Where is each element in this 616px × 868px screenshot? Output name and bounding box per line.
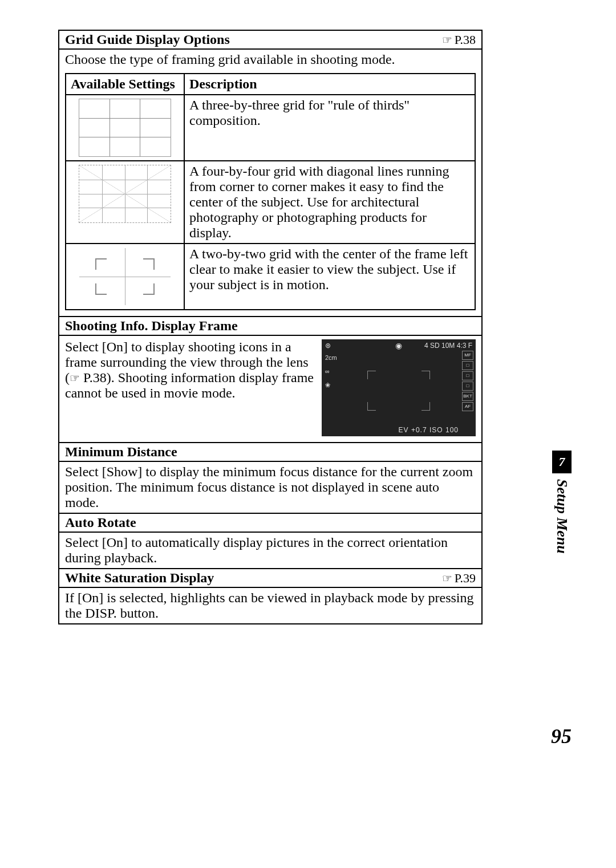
display-preview-illustration: ⊛ 4 SD 10M 4:3 F ◉ 2cm ∞ ❀ MF □ □ □ BKT …: [322, 339, 476, 436]
section-title: Minimum Distance: [65, 444, 476, 460]
section-body-frame: Select [On] to display shooting icons in…: [59, 336, 481, 443]
macro-icon: ❀: [325, 382, 337, 389]
manual-page: Grid Guide Display Options ☞ P.38 Choose…: [0, 0, 616, 868]
page-reference: ☞ P.39: [442, 571, 476, 586]
section-header-mindist: Minimum Distance: [59, 443, 481, 462]
section-header-grid: Grid Guide Display Options ☞ P.38: [59, 31, 481, 50]
section-body-mindist: Select [Show] to display the minimum foc…: [59, 462, 481, 514]
col-header-settings: Available Settings: [66, 74, 184, 95]
pointing-hand-icon: ☞: [442, 571, 452, 585]
screen-top-right: 4 SD 10M 4:3 F: [424, 342, 472, 350]
grid-swatch-3x3: [66, 95, 184, 161]
grid-desc: A three-by-three grid for "rule of third…: [184, 95, 475, 161]
section-body-whitesat: If [On] is selected, highlights can be v…: [59, 588, 481, 624]
grid-3x3-icon: [79, 99, 171, 157]
table-row: A two-by-two grid with the center of the…: [66, 244, 475, 310]
table-header-row: Available Settings Description: [66, 74, 475, 95]
grid-swatch-4x4: [66, 161, 184, 244]
section-body-grid: Choose the type of framing grid availabl…: [59, 50, 481, 317]
grid-swatch-2x2: [66, 244, 184, 310]
section-title: Auto Rotate: [65, 515, 476, 530]
section-header-autorotate: Auto Rotate: [59, 514, 481, 533]
section-description: Choose the type of framing grid availabl…: [59, 50, 481, 70]
section-title: Shooting Info. Display Frame: [65, 318, 476, 334]
grid-2x2-icon: [79, 248, 171, 306]
table-row: A four-by-four grid with diagonal lines …: [66, 161, 475, 244]
section-title: Grid Guide Display Options: [65, 32, 442, 47]
page-ref-text: P.39: [455, 571, 476, 586]
flash-icon: ⊛: [325, 342, 331, 350]
pointing-hand-icon: ☞: [442, 33, 452, 47]
page-reference: ☞ P.38: [442, 33, 476, 47]
section-header-whitesat: White Saturation Display ☞ P.39: [59, 569, 481, 588]
page-ref-text: P.38: [455, 33, 476, 47]
grid-options-table: Available Settings Description A three-b…: [65, 73, 476, 310]
grid-desc: A two-by-two grid with the center of the…: [184, 244, 475, 310]
section-header-frame: Shooting Info. Display Frame: [59, 317, 481, 336]
frame-body-text: Select [On] to display shooting icons in…: [65, 339, 316, 401]
content-column: Grid Guide Display Options ☞ P.38 Choose…: [58, 30, 483, 624]
chapter-number-tab: 7: [552, 451, 572, 473]
screen-bottom-text: EV +0.7 ISO 100: [399, 426, 459, 434]
page-number: 95: [551, 724, 572, 748]
section-body-autorotate: Select [On] to automatically display pic…: [59, 533, 481, 569]
grid-desc: A four-by-four grid with diagonal lines …: [184, 161, 475, 244]
grid-4x4-icon: [79, 165, 171, 223]
chapter-label-vertical: Setup Menu: [553, 479, 570, 554]
screen-right-labels: MF □ □ □ BKT AF: [462, 351, 473, 411]
col-header-desc: Description: [184, 74, 475, 95]
screen-left-labels: 2cm ∞ ❀: [325, 354, 337, 389]
section-title: White Saturation Display: [65, 570, 442, 586]
camera-icon: ◉: [395, 341, 402, 350]
table-row: A three-by-three grid for "rule of third…: [66, 95, 475, 161]
pointing-hand-icon: ☞: [70, 372, 80, 384]
